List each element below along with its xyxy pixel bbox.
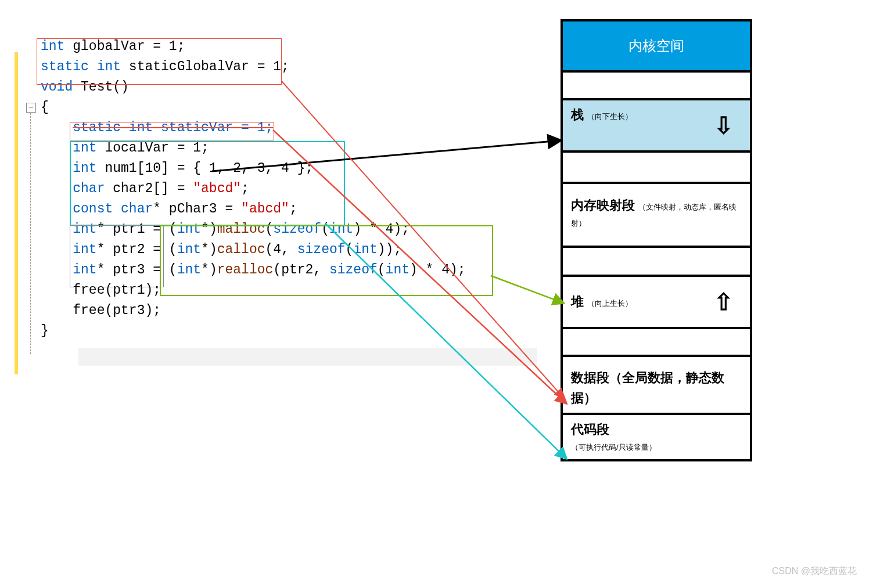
brace-close: }: [41, 323, 49, 338]
seg-data-label: 数据段（全局数据，静态数据）: [571, 370, 724, 405]
seg-stack-label: 栈: [571, 107, 584, 122]
highlight-ptrs-box: [70, 225, 164, 287]
gutter-bar: [15, 52, 18, 374]
seg-mmap: 内存映射段 （文件映射，动态库，匿名映射）: [563, 182, 750, 246]
arrow-up-icon: ⇧: [714, 288, 734, 315]
seg-code-label: 代码段: [571, 422, 609, 437]
seg-kernel-label: 内核空间: [628, 38, 684, 53]
seg-stack: 栈 （向下生长） ⇩: [563, 98, 750, 150]
watermark: CSDN @我吃西蓝花: [772, 565, 857, 578]
seg-mmap-label: 内存映射段: [571, 198, 635, 212]
seg-data: 数据段（全局数据，静态数据）: [563, 355, 750, 413]
seg-gap: [563, 246, 750, 275]
seg-kernel: 内核空间: [563, 21, 750, 70]
memory-layout: 内核空间 栈 （向下生长） ⇩ 内存映射段 （文件映射，动态库，匿名映射） 堆 …: [561, 19, 752, 461]
fn-free: free(ptr3);: [73, 303, 161, 318]
seg-code: 代码段 （可执行代码/只读常量）: [563, 413, 750, 459]
seg-heap: 堆 （向上生长） ⇧: [563, 275, 750, 327]
highlight-staticvar-box: [70, 122, 274, 140]
seg-code-note: （可执行代码/只读常量）: [571, 443, 656, 452]
arrow-down-icon: ⇩: [714, 112, 734, 139]
seg-gap: [563, 327, 750, 355]
highlight-stack-box: [70, 141, 345, 226]
highlight-globals-box: [37, 38, 282, 85]
highlight-heap-box: [160, 225, 493, 296]
seg-stack-note: （向下生长）: [587, 112, 633, 121]
seg-heap-label: 堆: [571, 294, 584, 309]
cursor-line-highlight: [78, 348, 537, 366]
brace-guide: [30, 113, 31, 354]
brace-open: {: [41, 100, 49, 115]
arrow-alloc-to-heap: [491, 276, 563, 303]
seg-gap: [563, 150, 750, 182]
fold-toggle[interactable]: −: [26, 103, 36, 113]
seg-heap-note: （向上生长）: [587, 299, 633, 308]
seg-gap: [563, 70, 750, 98]
